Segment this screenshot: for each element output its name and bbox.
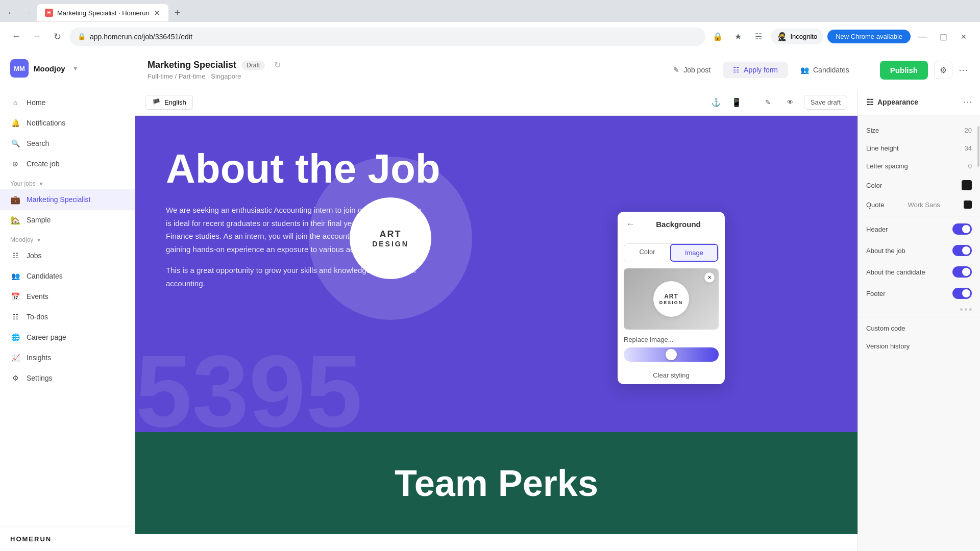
language-label: English — [164, 98, 186, 106]
desktop-view-button[interactable]: ⚓ — [708, 94, 724, 111]
window-minimize[interactable]: — — [915, 29, 931, 45]
more-options-button[interactable]: ⋯ — [959, 64, 968, 76]
tab-job-post[interactable]: ✎ Job post — [663, 62, 721, 78]
popup-header: ← Background — [618, 212, 725, 237]
sidebar-item-notifications[interactable]: 🔔 Notifications — [0, 113, 135, 133]
popup-image-preview: ART DESIGN × — [624, 268, 719, 330]
right-panel-scrollbar[interactable] — [977, 116, 980, 551]
nav-label-home: Home — [27, 98, 45, 107]
about-candidate-toggle-row: About the candidate — [858, 261, 980, 283]
version-history-link[interactable]: Version history — [858, 337, 980, 355]
nav-bar: ← → ↻ 🔒 app.homerun.co/job/336451/edit 🔒… — [0, 21, 980, 51]
sidebar-item-create-job[interactable]: ⊕ Create job — [0, 154, 135, 174]
todo-icon: ☷ — [10, 312, 20, 322]
sidebar-item-jobs[interactable]: ☷ Jobs — [0, 245, 135, 266]
publish-button[interactable]: Publish — [880, 61, 928, 80]
quote-font-value[interactable]: Work Sans — [908, 201, 940, 209]
popup-back-button[interactable]: ← — [626, 219, 635, 230]
sidebar-item-settings[interactable]: ⚙ Settings — [0, 368, 135, 388]
sample-icon: 🏡 — [10, 215, 20, 225]
footer-toggle-row: Footer — [858, 283, 980, 304]
letter-spacing-value[interactable]: 0 — [968, 162, 972, 170]
line-height-value[interactable]: 34 — [965, 144, 972, 152]
popup-tab-image[interactable]: Image — [670, 244, 718, 262]
new-chrome-badge[interactable]: New Chrome available — [827, 30, 911, 43]
about-candidate-toggle[interactable] — [952, 266, 972, 278]
sidebar-header: MM Moodjoy ▼ — [0, 51, 135, 86]
back-button[interactable]: ← — [8, 29, 24, 45]
mobile-view-button[interactable]: 📱 — [728, 94, 745, 111]
scroll-thumb — [977, 126, 979, 167]
sidebar-item-candidates[interactable]: 👥 Candidates — [0, 266, 135, 286]
edit-view-button[interactable]: ✎ — [759, 95, 777, 109]
window-close[interactable]: ✕ — [955, 29, 972, 45]
chevron-down-icon[interactable]: ▼ — [72, 65, 79, 72]
company-name: Moodjoy — [34, 64, 65, 73]
back-nav[interactable]: ← — [4, 6, 18, 20]
footer-toggle[interactable] — [952, 288, 972, 299]
appearance-more-dots[interactable]: ⋯ — [963, 96, 972, 108]
language-selector[interactable]: 🏴 English — [145, 95, 193, 110]
gradient-handle[interactable] — [666, 349, 677, 360]
sidebar-item-insights[interactable]: 📈 Insights — [0, 347, 135, 368]
incognito-button[interactable]: 🥷 Incognito — [771, 29, 823, 44]
reload-button[interactable]: ↻ — [49, 29, 65, 45]
preview-view-button[interactable]: 👁 — [781, 95, 800, 109]
sidebar-item-sample[interactable]: 🏡 Sample — [0, 210, 135, 230]
preview-art-text: ART — [664, 293, 678, 300]
settings-button[interactable]: ⚙ — [934, 61, 952, 79]
tab-candidates[interactable]: 👥 Candidates — [790, 62, 860, 78]
split-screen-icon[interactable]: ☵ — [750, 29, 767, 45]
forward-button[interactable]: → — [29, 29, 45, 45]
events-icon: 📅 — [10, 291, 20, 302]
active-tab[interactable]: H Marketing Specialist · Homerun ✕ — [37, 4, 168, 21]
art-design-logo: ART DESIGN — [350, 197, 431, 279]
refresh-icon[interactable]: ↻ — [274, 60, 281, 70]
appearance-grid-icon: ☷ — [866, 97, 873, 107]
sidebar-item-search[interactable]: 🔍 Search — [0, 133, 135, 154]
moodjoy-label: Moodjoy ▼ — [0, 230, 135, 245]
tab-apply-form[interactable]: ☷ Apply form — [723, 62, 788, 78]
custom-code-link[interactable]: Custom code — [858, 319, 980, 337]
sidebar-item-events[interactable]: 📅 Events — [0, 286, 135, 307]
color-swatch[interactable] — [962, 180, 972, 190]
sidebar-item-todos[interactable]: ☷ To-dos — [0, 307, 135, 327]
incognito-icon: 🥷 — [777, 32, 787, 41]
background-number-text: 5395 — [135, 340, 362, 432]
purple-section: ART DESIGN 5395 About the Job We are see… — [135, 116, 857, 432]
shield-icon[interactable]: 🔒 — [709, 29, 726, 45]
edit-icon: ✎ — [673, 66, 679, 74]
clear-styling-button[interactable]: Clear styling — [618, 366, 725, 384]
color-gradient-bar[interactable] — [624, 347, 719, 362]
home-icon: ⌂ — [10, 97, 20, 108]
forward-nav[interactable]: → — [20, 6, 35, 20]
quote-color-dot[interactable] — [964, 201, 972, 209]
popup-tab-color[interactable]: Color — [624, 244, 670, 262]
draft-badge: Draft — [241, 61, 265, 70]
sidebar-footer: HOMERUN — [0, 527, 135, 551]
bookmark-icon[interactable]: ★ — [730, 29, 746, 45]
replace-image-button[interactable]: Replace image... — [624, 336, 719, 343]
appearance-panel: ☷ Appearance ⋯ Size 20 Line height 34 Le… — [857, 89, 980, 551]
job-title-area: Marketing Specialist Draft ↻ Full-time /… — [148, 60, 281, 80]
letter-spacing-label: Letter spacing — [866, 162, 908, 170]
about-job-toggle[interactable] — [952, 245, 972, 256]
sidebar-item-home[interactable]: ⌂ Home — [0, 92, 135, 113]
window-restore[interactable]: ◻ — [935, 29, 951, 45]
about-job-label: About the job — [866, 247, 905, 255]
new-tab-button[interactable]: + — [170, 6, 185, 20]
save-draft-button[interactable]: Save draft — [804, 95, 847, 110]
popup-close-button[interactable]: × — [704, 272, 715, 283]
address-bar[interactable]: 🔒 app.homerun.co/job/336451/edit — [69, 28, 705, 46]
nav-label-search: Search — [27, 139, 49, 147]
size-value[interactable]: 20 — [965, 127, 972, 134]
art-circle-decoration: ART DESIGN — [309, 157, 472, 320]
browser-chrome: ← → H Marketing Specialist · Homerun ✕ +… — [0, 0, 980, 51]
tab-close-icon[interactable]: ✕ — [154, 8, 160, 18]
sidebar-item-marketing-specialist[interactable]: 💼 Marketing Specialist — [0, 189, 135, 210]
sidebar-item-career-page[interactable]: 🌐 Career page — [0, 327, 135, 347]
popup-title: Background — [640, 220, 717, 229]
flag-icon: 🏴 — [152, 98, 160, 106]
header-toggle[interactable] — [952, 223, 972, 235]
device-buttons: ⚓ 📱 — [708, 94, 745, 111]
